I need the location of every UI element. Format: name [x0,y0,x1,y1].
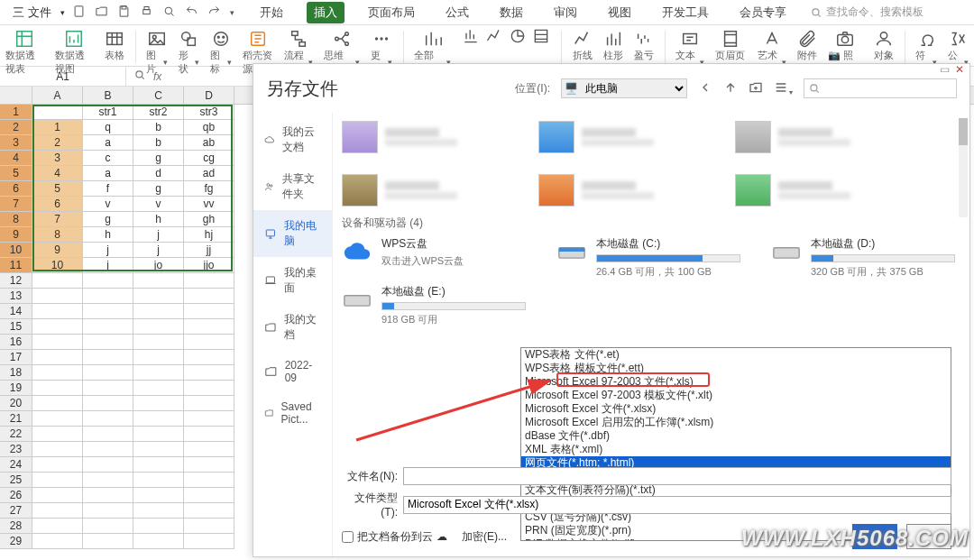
cell[interactable] [184,411,234,427]
cell[interactable]: b [133,135,184,151]
cell[interactable]: c [83,151,133,166]
filetype-option[interactable]: Microsoft Excel 启用宏的工作簿(*.xlsm) [521,416,951,429]
drive-c[interactable]: 本地磁盘 (C:)26.4 GB 可用，共 100 GB [556,236,746,279]
cell[interactable] [83,457,133,473]
cell[interactable] [184,534,234,549]
print-icon[interactable] [140,5,153,21]
cell[interactable] [83,365,133,381]
cell[interactable]: 7 [32,212,83,227]
cell[interactable] [32,411,83,427]
sidebar-item[interactable]: 我的云文档 [253,116,332,163]
row-header[interactable]: 23 [0,442,32,457]
cell[interactable] [133,457,184,473]
cell[interactable] [83,273,133,289]
cell[interactable] [83,319,133,335]
cell[interactable]: j [83,243,133,258]
row-header[interactable]: 28 [0,519,32,534]
redo-icon[interactable] [207,5,221,21]
row-header[interactable]: 26 [0,488,32,503]
cell[interactable]: g [133,181,184,197]
cell[interactable]: v [83,197,133,212]
chart-variant-2[interactable] [485,27,503,48]
cell[interactable]: str2 [133,105,184,120]
cell[interactable] [83,335,133,350]
tab-home[interactable]: 开始 [253,2,290,23]
file-grid-scrollbar[interactable] [959,118,968,217]
row-header[interactable]: 1 [0,105,32,120]
filetype-option[interactable]: Microsoft Excel 文件(*.xlsx) [521,402,951,416]
cell[interactable] [83,411,133,427]
cell[interactable]: vv [184,197,234,212]
row-header[interactable]: 20 [0,396,32,411]
cell[interactable] [184,473,234,488]
cell[interactable] [184,350,234,365]
cell[interactable] [184,273,234,289]
save-icon[interactable] [117,5,131,21]
row-header[interactable]: 19 [0,381,32,396]
cell[interactable] [32,488,83,503]
cell[interactable] [32,350,83,365]
cell[interactable] [32,289,83,304]
cell[interactable]: 1 [32,120,83,135]
row-header[interactable]: 8 [0,212,32,227]
cell[interactable] [32,473,83,488]
cell[interactable]: 9 [32,243,83,258]
cell[interactable] [184,365,234,381]
chart-variant-1[interactable] [462,27,480,48]
column-header[interactable]: A [32,87,83,104]
cell[interactable]: g [133,151,184,166]
cell[interactable] [32,442,83,457]
row-header[interactable]: 12 [0,273,32,289]
cell[interactable]: 3 [32,151,83,166]
tab-layout[interactable]: 页面布局 [361,2,422,23]
cell-reference[interactable]: A1 [0,67,126,86]
cell[interactable] [83,519,133,534]
icons-button[interactable]: 图标▾ [210,27,231,76]
filename-input[interactable] [403,467,951,485]
folder-tile[interactable] [538,118,710,155]
drive-wps-cloud[interactable]: WPS云盘双击进入WPS云盘 [342,236,531,279]
cell[interactable] [184,319,234,335]
backup-cloud-checkbox[interactable]: 把文档备份到云 ☁ [342,529,447,545]
cell[interactable] [83,503,133,519]
cell[interactable] [184,519,234,534]
cell[interactable]: ab [184,135,234,151]
cell[interactable]: gh [184,212,234,227]
file-dropdown-icon[interactable]: ▾ [60,8,65,17]
undo-icon[interactable] [185,5,198,21]
shapes-button[interactable]: 形状▾ [179,27,199,76]
cell[interactable] [32,105,83,120]
file-menu[interactable]: 三 文件 [5,3,59,23]
row-header[interactable]: 4 [0,151,32,166]
tab-data[interactable]: 数据 [492,2,530,23]
drive-d[interactable]: 本地磁盘 (D:)320 GB 可用，共 375 GB [771,236,960,279]
cell[interactable]: b [133,120,184,135]
cell[interactable]: j [83,258,133,273]
encrypt-link[interactable]: 加密(E)... [462,529,507,545]
cell[interactable] [83,442,133,457]
cell[interactable] [184,304,234,319]
cell[interactable]: h [83,227,133,243]
cell[interactable] [133,427,184,442]
cell[interactable] [133,503,184,519]
folder-tile[interactable] [342,118,513,155]
cell[interactable] [83,488,133,503]
cell[interactable]: str1 [83,105,133,120]
cell[interactable] [133,473,184,488]
cell[interactable] [83,473,133,488]
cell[interactable] [32,534,83,549]
row-header[interactable]: 13 [0,289,32,304]
fx-icon[interactable]: fx [153,70,161,83]
cell[interactable] [184,442,234,457]
row-header[interactable]: 5 [0,166,32,181]
cell[interactable] [32,335,83,350]
row-header[interactable]: 24 [0,457,32,473]
cell[interactable] [32,381,83,396]
cell[interactable]: hj [184,227,234,243]
attach-button[interactable]: 附件 [797,27,817,62]
cell[interactable] [133,365,184,381]
row-header[interactable]: 9 [0,227,32,243]
cell[interactable] [32,319,83,335]
folder-tile[interactable] [735,118,906,155]
location-select[interactable]: 此电脑 [561,78,687,98]
